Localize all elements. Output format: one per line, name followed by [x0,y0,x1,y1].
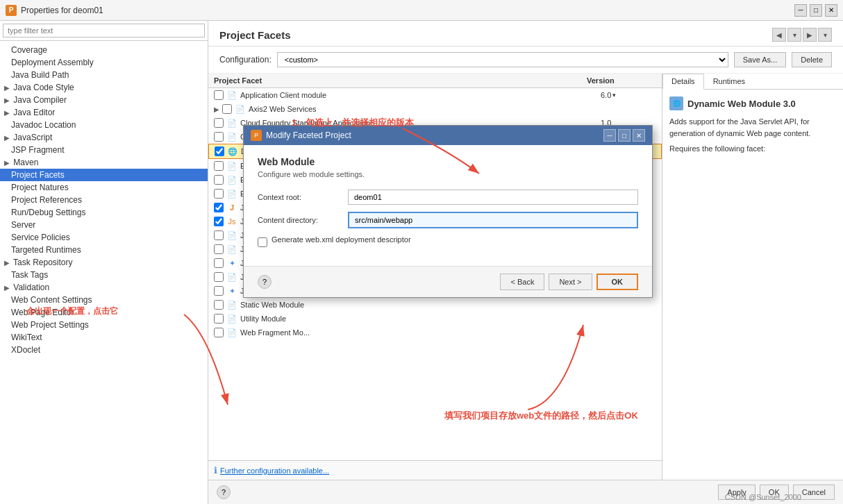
facet-name-axis2: Axis2 Web Services [249,105,601,113]
sidebar-item-project-references[interactable]: Project References [0,194,208,206]
sidebar-item-java-code-style[interactable]: ▶ Java Code Style [0,81,208,94]
close-button[interactable]: ✕ [825,4,837,17]
facet-checkbox-cloud-foundry[interactable] [214,118,224,128]
sidebar-item-project-facets[interactable]: Project Facets [0,169,208,181]
sidebar-item-coverage[interactable]: Coverage [0,44,208,56]
nav-forward-button[interactable]: ▶ [803,28,817,42]
sidebar-item-server[interactable]: Server [0,219,208,231]
sidebar-item-java-compiler[interactable]: ▶ Java Compiler [0,94,208,106]
nav-forward-dropdown-button[interactable]: ▾ [818,28,832,42]
context-root-field: Context root: [258,190,638,205]
modal-help-button[interactable]: ? [258,275,272,289]
facet-row-axis2: ▶ 📄 Axis2 Web Services [208,102,662,116]
facet-icon-cloud-foundry: 📄 [226,117,237,128]
facet-checkbox-axis2[interactable] [222,104,232,114]
facet-checkbox-javascript[interactable] [214,217,224,226]
help-button[interactable]: ? [217,485,231,499]
facet-icon-ejb: 📄 [226,174,237,185]
tab-runtimes[interactable]: Runtimes [704,74,754,89]
facet-checkbox-jca[interactable] [214,272,224,282]
sidebar-item-wikitext[interactable]: WikiText [0,331,208,344]
context-root-input[interactable] [348,190,638,205]
facet-checkbox-web-fragment[interactable] [214,328,224,337]
config-select[interactable]: <custom> [277,52,728,67]
window-title: Properties for deom01 [21,6,794,15]
sidebar-item-xdoclet[interactable]: XDoclet [0,344,208,356]
further-config-link[interactable]: Further configuration available... [220,467,329,475]
facet-row-static-web: 📄 Static Web Module [208,298,662,312]
facet-checkbox-jpa[interactable] [214,286,224,296]
window-controls: ─ □ ✕ [794,4,837,17]
sidebar-item-javadoc-location[interactable]: Javadoc Location [0,119,208,131]
info-icon: ℹ [214,465,217,476]
app-icon: P [6,5,17,16]
facet-icon-ejbdoclet: 📄 [226,188,237,199]
facet-checkbox-ejb[interactable] [214,175,224,185]
modify-faceted-project-dialog: P Modify Faceted Project ─ □ ✕ Web Modul… [243,125,653,298]
facet-checkbox-jaxb[interactable] [214,258,224,268]
facet-checkbox-utility[interactable] [214,314,224,324]
sidebar-item-web-content[interactable]: Web Content Settings [0,294,208,306]
sidebar-item-project-natures[interactable]: Project Natures [0,181,208,194]
context-root-label: Context root: [258,193,348,201]
facet-checkbox-static-web[interactable] [214,300,224,310]
facet-icon-java: J [226,202,237,213]
modal-back-button[interactable]: < Back [500,274,544,290]
facet-name-web-fragment: Web Fragment Mo... [240,328,601,337]
sidebar-item-task-tags[interactable]: Task Tags [0,269,208,281]
sidebar-item-validation[interactable]: ▶ Validation [0,281,208,294]
modal-section-title: Web Module [258,156,638,167]
facet-checkbox-dynamic-web[interactable] [215,146,224,156]
modal-bottom: ? < Back Next > OK [244,266,652,297]
content-dir-input[interactable] [348,212,638,228]
facet-checkbox-jsf[interactable] [214,230,224,240]
sidebar-item-java-editor[interactable]: ▶ Java Editor [0,106,208,119]
sidebar-item-task-repository[interactable]: ▶ Task Repository [0,256,208,269]
facet-checkbox-jax-rs[interactable] [214,244,224,254]
modal-next-button[interactable]: Next > [549,274,592,290]
facet-row-web-fragment: 📄 Web Fragment Mo... [208,326,662,339]
facet-checkbox-cxf[interactable] [214,132,224,142]
sidebar-item-targeted-runtimes[interactable]: Targeted Runtimes [0,244,208,256]
facet-icon-jsf: 📄 [226,230,237,241]
sidebar-tree: Coverage Deployment Assembly Java Build … [0,41,208,504]
modal-maximize-button[interactable]: □ [618,129,631,142]
sidebar-item-run-debug[interactable]: Run/Debug Settings [0,206,208,219]
sidebar-item-javascript[interactable]: ▶ JavaScript [0,131,208,144]
modal-buttons: < Back Next > OK [500,274,638,290]
sidebar-item-web-page-editor[interactable]: Web Page Editor [0,306,208,319]
facet-expand-axis2[interactable]: ▶ [214,106,222,113]
modal-minimize-button[interactable]: ─ [603,129,616,142]
titlebar: P Properties for deom01 ─ □ ✕ [0,0,843,21]
facet-icon-jca: 📄 [226,271,237,283]
sidebar-item-java-build-path[interactable]: Java Build Path [0,69,208,81]
details-module-name: Dynamic Web Module 3.0 [687,99,796,109]
facet-checkbox-app-client[interactable] [214,90,224,100]
save-as-button[interactable]: Save As... [734,52,787,67]
maximize-button[interactable]: □ [810,4,822,17]
facet-icon-jpa: ✦ [226,285,237,296]
tab-details[interactable]: Details [662,74,704,90]
modal-body: Web Module Configure web module settings… [244,145,652,266]
nav-back-button[interactable]: ◀ [772,28,786,42]
nav-dropdown-button[interactable]: ▾ [787,28,801,42]
filter-input[interactable] [3,24,205,37]
facet-name-static-web: Static Web Module [240,301,601,309]
facet-checkbox-ejbdoclet[interactable] [214,189,224,199]
facet-checkbox-ear[interactable] [214,161,224,171]
modal-ok-button[interactable]: OK [596,274,639,290]
page-title: Project Facets [219,29,291,41]
content-dir-label: Content directory: [258,216,348,224]
sidebar-item-deployment-assembly[interactable]: Deployment Assembly [0,56,208,69]
generate-xml-checkbox[interactable] [258,237,267,247]
sidebar-item-maven[interactable]: ▶ Maven [0,156,208,169]
facet-icon-utility: 📄 [226,313,237,324]
modal-close-button[interactable]: ✕ [633,129,645,142]
sidebar-item-web-project-settings[interactable]: Web Project Settings [0,319,208,331]
delete-button[interactable]: Delete [792,52,832,67]
sidebar-item-service-policies[interactable]: Service Policies [0,231,208,244]
sidebar-item-jsp-fragment[interactable]: JSP Fragment [0,144,208,156]
facet-icon-javascript: Js [226,216,237,227]
minimize-button[interactable]: ─ [794,4,807,17]
facet-checkbox-java[interactable] [214,203,224,212]
